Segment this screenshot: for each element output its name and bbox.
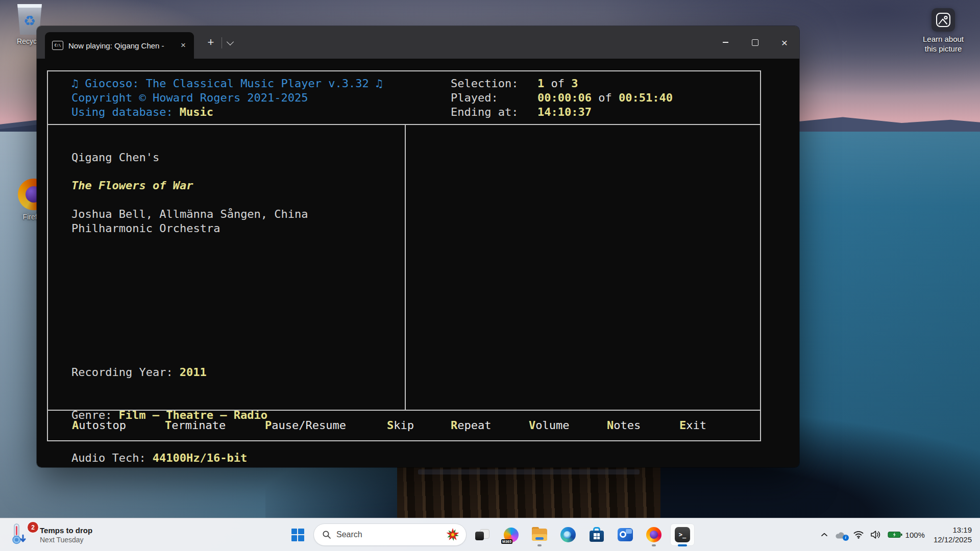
picture-frame-icon <box>932 8 955 32</box>
recording-details: Recording Year:2011 Genre:Film – Theatre… <box>71 337 267 467</box>
audio-tech-row: Audio Tech:44100Hz/16-bit <box>71 451 267 465</box>
selection-of: of <box>544 77 571 90</box>
microsoft-store-button[interactable] <box>584 522 609 547</box>
weather-title: Temps to drop <box>40 525 92 535</box>
file-explorer-icon <box>532 529 547 541</box>
learn-label-line1: Learn about <box>919 34 968 44</box>
search-box[interactable]: Search <box>313 523 467 546</box>
menu-repeat[interactable]: Repeat <box>451 418 491 433</box>
played-total: 00:51:40 <box>619 91 673 104</box>
played-row: Played:00:00:06 of 00:51:40 <box>451 91 673 105</box>
played-elapsed: 00:00:06 <box>537 91 592 104</box>
ending-row: Ending at:14:10:37 <box>451 105 673 119</box>
system-tray: i 100% 13:19 <box>821 518 980 551</box>
tab-title: Now playing: Qigang Chen - <box>68 41 177 50</box>
outlook-button[interactable] <box>612 522 638 547</box>
played-label: Played: <box>451 91 537 105</box>
composer-name: Qigang Chen's <box>71 151 159 165</box>
selection-row: Selection:1 of 3 <box>451 77 673 91</box>
firefox-button[interactable] <box>641 522 667 547</box>
learn-label-line2: this picture <box>919 44 968 54</box>
clock-time: 13:19 <box>934 525 972 535</box>
menu-skip[interactable]: Skip <box>387 418 414 433</box>
task-view-button[interactable] <box>470 522 495 547</box>
tab-dropdown-chevron-icon[interactable] <box>227 38 234 45</box>
menu-notes[interactable]: Notes <box>607 418 641 433</box>
playback-status: Selection:1 of 3 Played:00:00:06 of 00:5… <box>451 77 673 119</box>
ending-time: 14:10:37 <box>537 106 592 118</box>
menu-pause-resume[interactable]: Pause/Resume <box>265 418 346 433</box>
ending-label: Ending at: <box>451 105 537 119</box>
minimize-button[interactable] <box>710 26 740 59</box>
taskbar-center: Search M365 <box>285 518 695 551</box>
database-label: Using database: <box>71 106 173 118</box>
recording-year-label: Recording Year: <box>71 366 173 379</box>
weather-widget[interactable]: 2 Temps to drop Next Tuesday <box>7 518 96 551</box>
window-titlebar[interactable]: C:\ Now playing: Qigang Chen - × + × <box>37 26 799 59</box>
cmd-icon: C:\ <box>52 41 63 50</box>
tray-chevron-up-icon[interactable] <box>821 532 828 537</box>
audio-tech-label: Audio Tech: <box>71 452 146 464</box>
new-tab-button[interactable]: + <box>203 35 218 50</box>
start-button[interactable] <box>285 522 310 547</box>
windows-logo-icon <box>291 529 304 541</box>
poinsettia-icon <box>446 528 460 542</box>
wifi-icon[interactable] <box>853 531 864 539</box>
selection-current: 1 <box>537 77 544 90</box>
minimize-icon <box>723 42 728 43</box>
maximize-button[interactable] <box>740 26 770 59</box>
battery-percent: 100% <box>905 531 925 539</box>
search-placeholder: Search <box>336 530 440 539</box>
menu-autostop[interactable]: Autostop <box>72 418 126 433</box>
recycle-symbol-icon: ♻ <box>23 14 36 28</box>
microsoft-store-icon <box>590 527 604 542</box>
clock-date: 12/12/2025 <box>934 535 972 544</box>
file-explorer-button[interactable] <box>527 522 552 547</box>
maximize-icon <box>752 39 758 46</box>
recording-year-row: Recording Year:2011 <box>71 365 267 380</box>
search-icon <box>322 530 331 539</box>
selection-label: Selection: <box>451 77 537 91</box>
weather-text: Temps to drop Next Tuesday <box>40 525 92 544</box>
pane-divider <box>405 125 406 410</box>
played-of: of <box>592 91 619 104</box>
battery-icon <box>888 531 903 539</box>
learn-about-picture[interactable]: Learn about this picture <box>919 8 968 54</box>
audio-tech-value: 44100Hz/16-bit <box>153 452 247 464</box>
menu-terminate[interactable]: Terminate <box>165 418 226 433</box>
giocoso-header-box: ♫ Giocoso: The Classical Music Player v.… <box>47 70 761 125</box>
running-indicator <box>652 544 656 546</box>
thermometer-icon: 2 <box>11 523 34 546</box>
terminal-tab[interactable]: C:\ Now playing: Qigang Chen - × <box>45 32 194 59</box>
picture-glyph-icon <box>936 12 951 28</box>
now-playing-box: Qigang Chen's The Flowers of War Joshua … <box>47 124 761 411</box>
firefox-taskbar-icon <box>646 527 662 542</box>
active-indicator <box>678 544 687 546</box>
command-menu-box: Autostop Terminate Pause/Resume Skip Rep… <box>47 410 761 441</box>
close-icon: × <box>781 37 788 48</box>
taskbar: 2 Temps to drop Next Tuesday Search <box>0 518 980 551</box>
database-value: Music <box>180 106 213 118</box>
volume-icon[interactable] <box>870 530 881 539</box>
terminal-button[interactable]: >_ <box>670 522 695 547</box>
edge-icon <box>560 527 576 542</box>
copilot-button[interactable]: M365 <box>498 522 524 547</box>
terminal-icon: >_ <box>675 527 690 542</box>
battery-status[interactable]: 100% <box>888 531 925 539</box>
weather-subtitle: Next Tuesday <box>40 535 92 544</box>
close-button[interactable]: × <box>770 26 799 59</box>
onedrive-icon[interactable]: i <box>835 531 847 539</box>
edge-button[interactable] <box>555 522 581 547</box>
recording-year-value: 2011 <box>180 366 207 379</box>
selection-total: 3 <box>571 77 578 90</box>
terminal-screen[interactable]: ♫ Giocoso: The Classical Music Player v.… <box>37 59 799 467</box>
performers: Joshua Bell, Allmänna Sången, China Phil… <box>71 207 357 236</box>
menu-exit[interactable]: Exit <box>679 418 706 433</box>
outlook-icon <box>618 528 633 541</box>
onedrive-info-badge: i <box>843 535 849 541</box>
running-indicator <box>537 544 542 546</box>
tab-close-icon[interactable]: × <box>177 39 190 52</box>
weather-badge: 2 <box>27 521 39 534</box>
menu-volume[interactable]: Volume <box>529 418 569 433</box>
clock[interactable]: 13:19 12/12/2025 <box>934 525 972 544</box>
